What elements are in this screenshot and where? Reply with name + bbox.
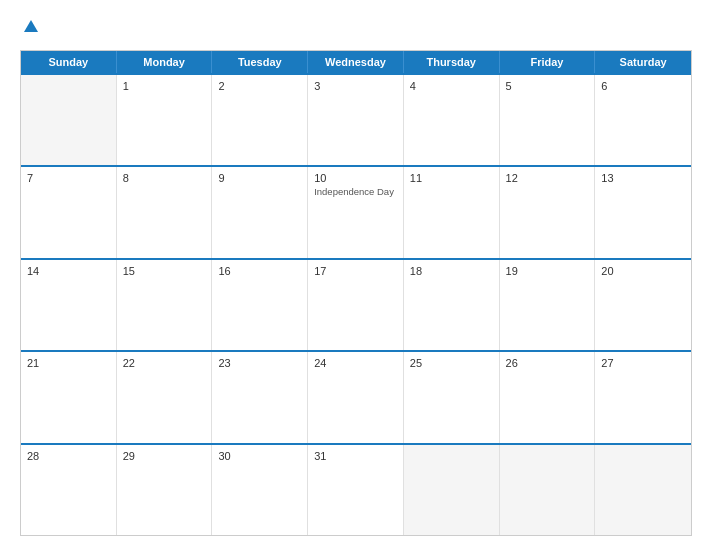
cal-cell: 1: [117, 75, 213, 165]
cal-cell: [595, 445, 691, 535]
day-number: 11: [410, 172, 493, 184]
day-number: 22: [123, 357, 206, 369]
day-number: 7: [27, 172, 110, 184]
cal-cell: 7: [21, 167, 117, 257]
cal-cell: 15: [117, 260, 213, 350]
weekday-header-tuesday: Tuesday: [212, 51, 308, 73]
day-number: 8: [123, 172, 206, 184]
calendar-header: [20, 18, 692, 40]
cal-cell: [500, 445, 596, 535]
logo-icon: [22, 18, 40, 36]
cal-cell: 22: [117, 352, 213, 442]
cal-cell: 9: [212, 167, 308, 257]
cal-cell: 11: [404, 167, 500, 257]
calendar: SundayMondayTuesdayWednesdayThursdayFrid…: [20, 50, 692, 536]
weekday-header-friday: Friday: [500, 51, 596, 73]
cal-cell: 17: [308, 260, 404, 350]
cal-cell: [404, 445, 500, 535]
weekday-header-saturday: Saturday: [595, 51, 691, 73]
event-label: Independence Day: [314, 186, 397, 197]
day-number: 6: [601, 80, 685, 92]
weekday-header-row: SundayMondayTuesdayWednesdayThursdayFrid…: [21, 51, 691, 73]
day-number: 21: [27, 357, 110, 369]
day-number: 26: [506, 357, 589, 369]
cal-cell: 30: [212, 445, 308, 535]
day-number: 28: [27, 450, 110, 462]
day-number: 4: [410, 80, 493, 92]
cal-cell: 26: [500, 352, 596, 442]
cal-cell: 10Independence Day: [308, 167, 404, 257]
svg-marker-0: [24, 20, 38, 32]
day-number: 25: [410, 357, 493, 369]
page: SundayMondayTuesdayWednesdayThursdayFrid…: [0, 0, 712, 550]
cal-cell: 14: [21, 260, 117, 350]
cal-cell: 2: [212, 75, 308, 165]
week-row-5: 28293031: [21, 443, 691, 535]
day-number: 30: [218, 450, 301, 462]
cal-cell: 4: [404, 75, 500, 165]
day-number: 23: [218, 357, 301, 369]
cal-cell: 13: [595, 167, 691, 257]
cal-cell: 18: [404, 260, 500, 350]
week-row-2: 78910Independence Day111213: [21, 165, 691, 257]
cal-cell: 24: [308, 352, 404, 442]
week-row-4: 21222324252627: [21, 350, 691, 442]
day-number: 14: [27, 265, 110, 277]
day-number: 2: [218, 80, 301, 92]
cal-cell: 29: [117, 445, 213, 535]
day-number: 13: [601, 172, 685, 184]
day-number: 18: [410, 265, 493, 277]
day-number: 1: [123, 80, 206, 92]
weekday-header-thursday: Thursday: [404, 51, 500, 73]
cal-cell: 27: [595, 352, 691, 442]
weekday-header-wednesday: Wednesday: [308, 51, 404, 73]
cal-cell: 16: [212, 260, 308, 350]
cal-cell: 23: [212, 352, 308, 442]
day-number: 17: [314, 265, 397, 277]
cal-cell: 19: [500, 260, 596, 350]
day-number: 31: [314, 450, 397, 462]
cal-cell: 3: [308, 75, 404, 165]
week-row-3: 14151617181920: [21, 258, 691, 350]
day-number: 15: [123, 265, 206, 277]
day-number: 20: [601, 265, 685, 277]
weekday-header-monday: Monday: [117, 51, 213, 73]
day-number: 24: [314, 357, 397, 369]
calendar-body: 12345678910Independence Day1112131415161…: [21, 73, 691, 535]
day-number: 19: [506, 265, 589, 277]
day-number: 12: [506, 172, 589, 184]
weekday-header-sunday: Sunday: [21, 51, 117, 73]
day-number: 16: [218, 265, 301, 277]
day-number: 3: [314, 80, 397, 92]
cal-cell: 12: [500, 167, 596, 257]
cal-cell: 5: [500, 75, 596, 165]
cal-cell: 28: [21, 445, 117, 535]
week-row-1: 123456: [21, 73, 691, 165]
day-number: 10: [314, 172, 397, 184]
logo: [20, 18, 40, 40]
day-number: 5: [506, 80, 589, 92]
cal-cell: 6: [595, 75, 691, 165]
day-number: 9: [218, 172, 301, 184]
cal-cell: 21: [21, 352, 117, 442]
cal-cell: 8: [117, 167, 213, 257]
cal-cell: 25: [404, 352, 500, 442]
cal-cell: [21, 75, 117, 165]
day-number: 29: [123, 450, 206, 462]
cal-cell: 20: [595, 260, 691, 350]
cal-cell: 31: [308, 445, 404, 535]
day-number: 27: [601, 357, 685, 369]
